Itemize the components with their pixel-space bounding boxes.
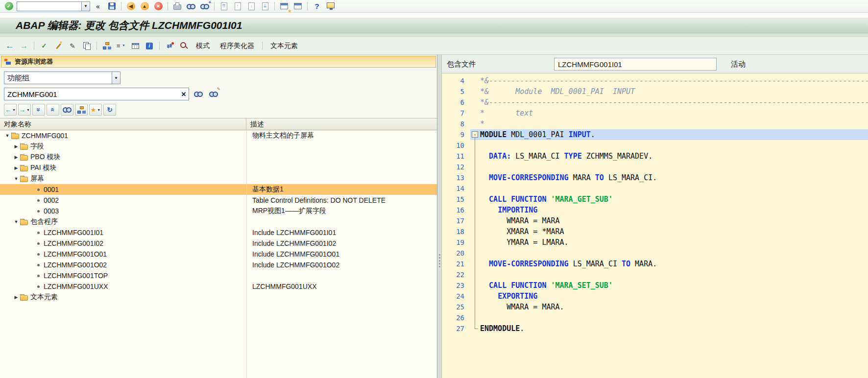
- favorites-button[interactable]: ★▼: [89, 104, 102, 116]
- where-used-button[interactable]: ⇄: [164, 41, 175, 51]
- enter-button[interactable]: ✓: [3, 1, 15, 12]
- code-line[interactable]: 27ENDMODULE.: [442, 323, 868, 334]
- tree-row[interactable]: ▶字段: [0, 141, 437, 152]
- object-name-input[interactable]: [4, 88, 179, 100]
- code-line[interactable]: 14: [442, 183, 868, 194]
- tree-row[interactable]: LZCHMMFG001O01Include LZCHMMFG001O01: [0, 249, 437, 260]
- tree-row[interactable]: 0001基本数据1: [0, 184, 437, 195]
- code-line[interactable]: 19 YMARA = LMARA.: [442, 237, 868, 248]
- tree-row[interactable]: ▼ZCHMMFG001物料主文档的子屏幕: [0, 130, 437, 141]
- clear-input-icon[interactable]: ✕: [179, 91, 189, 98]
- activate-button[interactable]: [52, 41, 64, 51]
- last-page-button[interactable]: ⇊: [259, 1, 271, 12]
- tree-row[interactable]: 0003MRP视图1——扩展字段: [0, 206, 437, 216]
- column-header-object-name[interactable]: 对象名称: [0, 118, 246, 130]
- code-line[interactable]: 26: [442, 312, 868, 323]
- tree-row[interactable]: ▶PAI 模块: [0, 163, 437, 173]
- find-next-button[interactable]: +: [199, 1, 211, 12]
- code-line[interactable]: 17 WMARA = MARA: [442, 215, 868, 226]
- refresh-button[interactable]: ↻: [103, 104, 116, 116]
- code-line[interactable]: 7* text: [442, 108, 868, 118]
- command-input[interactable]: [17, 2, 81, 11]
- pretty-printer-button[interactable]: 程序美化器: [216, 40, 258, 52]
- layout-menu-button[interactable]: [325, 1, 337, 12]
- code-line[interactable]: 25 WMARA = MARA.: [442, 302, 868, 312]
- info-button[interactable]: i: [144, 41, 155, 51]
- collapse-arrow-icon[interactable]: ▼: [4, 133, 11, 138]
- syntax-check-button[interactable]: ✓: [38, 41, 50, 51]
- panel-splitter[interactable]: [437, 55, 442, 378]
- nav-back-button[interactable]: ←: [4, 41, 16, 51]
- command-field[interactable]: ▼: [17, 1, 90, 11]
- expand-arrow-icon[interactable]: ▶: [13, 295, 20, 300]
- expand-all-button[interactable]: »: [32, 104, 45, 116]
- previous-page-button[interactable]: ↑: [232, 1, 243, 12]
- tree-row[interactable]: ▶文本元素: [0, 292, 437, 303]
- code-line[interactable]: 16 IMPORTING: [442, 205, 868, 215]
- help-button[interactable]: ?: [311, 1, 323, 12]
- tree-row[interactable]: LZCHMMFG001O02Include LZCHMMFG001O02: [0, 260, 437, 270]
- collapse-arrow-icon[interactable]: ▼: [13, 176, 20, 181]
- edit-object-button[interactable]: ✎: [208, 89, 219, 99]
- code-line[interactable]: 12: [442, 162, 868, 172]
- code-line[interactable]: 20: [442, 248, 868, 259]
- fold-toggle-icon[interactable]: -: [470, 129, 480, 140]
- first-page-button[interactable]: ⇈: [218, 1, 230, 12]
- sort-button[interactable]: ≡: [115, 41, 127, 51]
- print-button[interactable]: [171, 1, 183, 12]
- create-shortcut-button[interactable]: [292, 1, 304, 12]
- include-name-field[interactable]: LZCHMMFG001I01: [554, 58, 717, 71]
- object-category-select[interactable]: 功能组 ▼: [4, 71, 121, 84]
- usage-list-button[interactable]: [178, 41, 190, 51]
- code-line[interactable]: 9-MODULE MDL_0001_PAI INPUT.: [442, 129, 868, 140]
- expand-arrow-icon[interactable]: ▶: [13, 165, 20, 170]
- code-line[interactable]: 15 CALL FUNCTION 'MARA_GET_SUB': [442, 194, 868, 205]
- column-header-description[interactable]: 描述: [246, 120, 437, 129]
- code-line[interactable]: 6*&-------------------------------------…: [442, 97, 868, 108]
- next-page-button[interactable]: ↓: [245, 1, 257, 12]
- object-name-field[interactable]: ✕: [4, 88, 189, 100]
- search-button[interactable]: [61, 104, 73, 116]
- tree-display-button[interactable]: [75, 104, 88, 116]
- history-back-button[interactable]: ←▼: [4, 104, 17, 116]
- code-line[interactable]: 18 XMARA = *MARA: [442, 226, 868, 237]
- history-forward-button[interactable]: →▼: [18, 104, 31, 116]
- code-line[interactable]: 13 MOVE-CORRESPONDING MARA TO LS_MARA_CI…: [442, 172, 868, 183]
- new-session-button[interactable]: ★: [278, 1, 290, 12]
- code-line[interactable]: 11 DATA: LS_MARA_CI TYPE ZCHMMS_MARADEV.: [442, 151, 868, 162]
- code-line[interactable]: 24 EXPORTING: [442, 291, 868, 302]
- expand-arrow-icon[interactable]: ▶: [13, 144, 20, 149]
- table-view-button[interactable]: [129, 41, 141, 51]
- tree-row[interactable]: ▼屏幕: [0, 173, 437, 184]
- tree-row[interactable]: LZCHMMFG001I02Include LZCHMMFG001I02: [0, 238, 437, 249]
- code-line[interactable]: 21 MOVE-CORRESPONDING LS_MARA_CI TO MARA…: [442, 259, 868, 269]
- mode-button[interactable]: 模式: [192, 40, 214, 52]
- code-line[interactable]: 5*& Module MDL_0001_PAI INPUT: [442, 86, 868, 97]
- cancel-button[interactable]: ✕: [152, 1, 164, 12]
- object-hierarchy-button[interactable]: [101, 41, 113, 51]
- copy-button[interactable]: [81, 41, 93, 51]
- back-button[interactable]: ◀: [125, 1, 137, 12]
- code-editor[interactable]: 4*&-------------------------------------…: [442, 73, 868, 378]
- collapse-arrow-icon[interactable]: ▼: [13, 219, 20, 224]
- exit-button[interactable]: ▲: [139, 1, 150, 12]
- code-line[interactable]: 23 CALL FUNCTION 'MARA_SET_SUB': [442, 280, 868, 291]
- command-dropdown-icon[interactable]: ▼: [81, 2, 90, 11]
- collapse-all-button[interactable]: «: [47, 104, 59, 116]
- text-elements-button[interactable]: 文本元素: [266, 40, 302, 52]
- code-line[interactable]: 22: [442, 269, 868, 280]
- code-line[interactable]: 4*&-------------------------------------…: [442, 75, 868, 86]
- tree-row[interactable]: LZCHMMFG001I01Include LZCHMMFG001I01: [0, 227, 437, 238]
- nav-forward-button[interactable]: →: [18, 41, 30, 51]
- tree-row[interactable]: 0002Table Control Definitions: DO NOT DE…: [0, 195, 437, 206]
- tree-row[interactable]: ▼包含程序: [0, 216, 437, 227]
- tree-row[interactable]: LZCHMMFG001TOP: [0, 270, 437, 281]
- tree-row[interactable]: ▶PBO 模块: [0, 152, 437, 163]
- expand-arrow-icon[interactable]: ▶: [13, 155, 20, 160]
- find-button[interactable]: [185, 1, 197, 12]
- display-object-button[interactable]: [193, 89, 204, 99]
- save-button[interactable]: [106, 1, 118, 12]
- collapse-toolbar-button[interactable]: «: [92, 1, 104, 12]
- code-line[interactable]: 10: [442, 140, 868, 151]
- display-change-button[interactable]: ✎: [67, 41, 78, 51]
